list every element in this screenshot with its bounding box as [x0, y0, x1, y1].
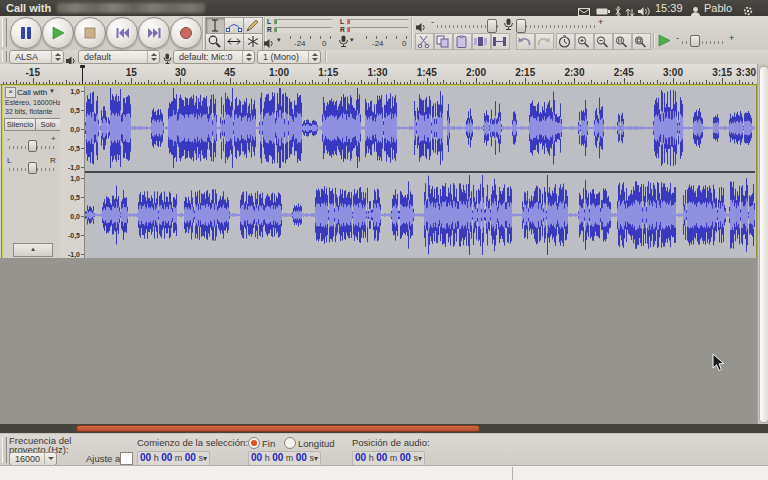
- clock[interactable]: 15:39: [655, 2, 683, 14]
- audio-host-select[interactable]: ALSA: [9, 50, 64, 64]
- vertical-ruler[interactable]: 1,00,50,0-0,5-1,01,00,50,0-0,5-1,0: [60, 86, 85, 258]
- network-icon[interactable]: [625, 3, 637, 14]
- zoom-out-button[interactable]: [594, 33, 613, 50]
- output-device-select[interactable]: default: [78, 50, 160, 64]
- output-device-value: default: [84, 52, 111, 62]
- paste-button[interactable]: [453, 33, 472, 50]
- solo-button[interactable]: Solo: [35, 118, 61, 131]
- track-menu-dropdown[interactable]: ▼: [49, 88, 55, 94]
- speed-slider-thumb[interactable]: [690, 35, 700, 47]
- time-field-dropdown[interactable]: ▾: [203, 454, 207, 463]
- cut-button[interactable]: [415, 33, 434, 50]
- asterisk-icon: [245, 34, 261, 49]
- ruler-label: 2:30: [564, 67, 584, 78]
- project-rate-select[interactable]: 16000: [9, 452, 57, 466]
- audio-position-label: Posición de audio:: [352, 437, 430, 448]
- gain-slider-thumb[interactable]: [28, 140, 37, 152]
- copy-button[interactable]: [434, 33, 453, 50]
- input-volume-slider[interactable]: [526, 25, 596, 28]
- time-unit: s: [411, 453, 418, 463]
- input-channels-value: 1 (Mono): [263, 52, 307, 62]
- transport-toolbar-grabber[interactable]: [2, 18, 7, 47]
- playhead-cursor-head[interactable]: [80, 65, 85, 68]
- playback-meter-left-bar[interactable]: [274, 19, 332, 25]
- vertical-scrollbar[interactable]: [757, 64, 768, 424]
- user-name[interactable]: Pablo: [704, 2, 732, 14]
- speed-slider[interactable]: [682, 41, 726, 44]
- play-at-speed-button[interactable]: [657, 33, 674, 48]
- audio-position-time-field[interactable]: 00 h 00 m 00 s▾: [352, 451, 425, 466]
- horizontal-scrollbar-thumb[interactable]: [76, 425, 480, 432]
- time-minutes: 00: [161, 452, 172, 463]
- playback-meter-zero: 0: [322, 40, 326, 48]
- waveform-channel-right[interactable]: [85, 173, 755, 258]
- selection-toolbar-grabber[interactable]: [2, 437, 7, 463]
- snap-to-checkbox[interactable]: [120, 452, 133, 465]
- pan-slider-thumb[interactable]: [28, 162, 37, 174]
- stop-button[interactable]: [74, 17, 106, 49]
- horizontal-scrollbar[interactable]: [0, 424, 768, 433]
- zoom-out-icon: [595, 35, 610, 48]
- trim-button[interactable]: [472, 33, 491, 50]
- ruler-label: 45: [224, 67, 235, 78]
- silence-button[interactable]: [491, 33, 510, 50]
- zoom-fit-icon: [633, 35, 648, 48]
- message-icon[interactable]: [578, 3, 590, 14]
- record-meter-dropdown[interactable]: ▾: [350, 36, 354, 44]
- record-meter-min: -24: [372, 40, 384, 48]
- track-collapse-button[interactable]: ▴: [13, 243, 53, 257]
- selection-end-time-field[interactable]: 00 h 00 m 00 s▾: [248, 451, 321, 466]
- skip-to-end-button[interactable]: [138, 17, 170, 49]
- length-radio-label: Longitud: [298, 438, 334, 449]
- mute-button[interactable]: Silencio: [4, 118, 36, 131]
- input-channels-select[interactable]: 1 (Mono): [257, 50, 321, 64]
- sync-lock-button[interactable]: [556, 33, 575, 50]
- time-field-dropdown[interactable]: ▾: [418, 454, 422, 463]
- selection-start-time-field[interactable]: 00 h 00 m 00 s▾: [137, 451, 210, 466]
- length-radio[interactable]: [284, 437, 296, 449]
- playback-meter-right-bar[interactable]: [274, 27, 332, 33]
- zoom-in-button[interactable]: [575, 33, 594, 50]
- redo-button[interactable]: [535, 33, 554, 50]
- play-button[interactable]: [42, 17, 74, 49]
- ruler-label: -15: [26, 67, 40, 78]
- volume-icon[interactable]: [638, 3, 650, 14]
- session-gear-icon[interactable]: [742, 3, 754, 14]
- user-icon[interactable]: [690, 3, 702, 14]
- time-unit: s: [196, 453, 203, 463]
- window-title-redacted: [57, 3, 205, 13]
- time-shift-tool-button[interactable]: [224, 33, 244, 51]
- waveform-channel-left[interactable]: [85, 86, 755, 171]
- fit-selection-button[interactable]: [613, 33, 632, 50]
- multi-tool-button[interactable]: [243, 33, 263, 51]
- fit-project-button[interactable]: [632, 33, 651, 50]
- time-field-dropdown[interactable]: ▾: [314, 454, 318, 463]
- project-empty-area[interactable]: [0, 258, 757, 424]
- skip-to-start-button[interactable]: [106, 17, 138, 49]
- zoom-tool-button[interactable]: [205, 33, 225, 51]
- playback-meter-dropdown[interactable]: ▾: [277, 36, 281, 44]
- vruler-tick: [81, 216, 84, 217]
- vertical-scrollbar-thumb[interactable]: [759, 66, 768, 423]
- record-meter-right-bar[interactable]: [347, 27, 409, 33]
- input-device-select[interactable]: default: Mic:0: [173, 50, 255, 64]
- output-volume-thumb[interactable]: [487, 19, 497, 33]
- pencil-icon: [245, 18, 261, 33]
- record-button[interactable]: [170, 17, 202, 49]
- input-volume-thumb[interactable]: [516, 19, 526, 33]
- time-hours: 00: [251, 452, 262, 463]
- pause-button[interactable]: [10, 17, 42, 49]
- vruler-label: -0,5: [68, 231, 80, 238]
- undo-button[interactable]: [516, 33, 535, 50]
- spinner-arrows-icon: [308, 51, 320, 63]
- end-radio[interactable]: [248, 437, 260, 449]
- window-title: Call with: [6, 2, 51, 14]
- track-close-button[interactable]: ×: [5, 87, 16, 98]
- record-meter-left-bar[interactable]: [347, 19, 409, 25]
- device-toolbar-grabber[interactable]: [2, 51, 7, 62]
- pause-icon: [19, 26, 33, 40]
- timeline-ruler[interactable]: -151530451:001:151:301:452:002:152:302:4…: [0, 64, 757, 85]
- time-unit: s: [307, 453, 314, 463]
- top-panel: Call with 15:39 Pablo: [0, 0, 768, 16]
- battery-icon[interactable]: [596, 3, 608, 14]
